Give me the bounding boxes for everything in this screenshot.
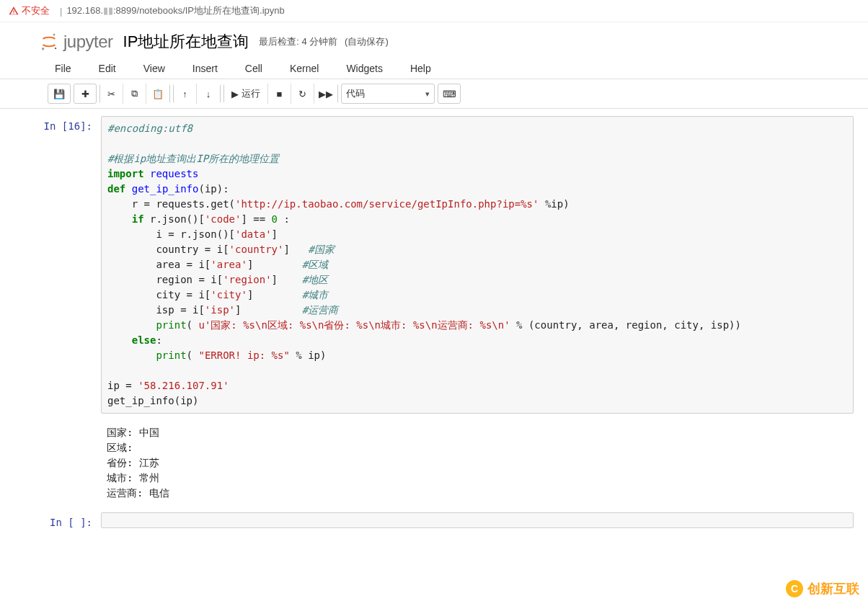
run-button[interactable]: ▶运行: [224, 84, 268, 104]
notebook-area: In [16]:#encoding:utf8 #根据ip地址查询出IP所在的地理…: [0, 109, 868, 550]
svg-point-0: [53, 34, 56, 36]
menu-edit[interactable]: Edit: [99, 63, 116, 74]
url-text[interactable]: 192.168.▮▮:8899/notebooks/IP地址所在地查询.ipyn…: [66, 4, 284, 17]
menu-help[interactable]: Help: [410, 63, 431, 74]
input-prompt: In [16]:: [14, 116, 101, 414]
security-label: 不安全: [22, 4, 50, 17]
code-cell: In [16]:#encoding:utf8 #根据ip地址查询出IP所在的地理…: [14, 116, 854, 414]
move-up-button[interactable]: ↑: [174, 84, 197, 104]
security-warning: 不安全: [9, 4, 50, 17]
notebook-name[interactable]: IP地址所在地查询: [123, 31, 249, 53]
restart-run-all-button[interactable]: ▶▶: [314, 84, 337, 104]
stop-icon: ■: [277, 89, 283, 99]
cell-type-select[interactable]: 代码: [341, 84, 435, 104]
code-cell: In [ ]:: [14, 512, 854, 528]
arrow-down-icon: ↓: [206, 89, 211, 99]
menu-bar: File Edit View Insert Cell Kernel Widget…: [0, 58, 868, 79]
output-cell: 国家: 中国 区域: 省份: 江苏 城市: 常州 运营商: 电信: [14, 421, 854, 505]
restart-button[interactable]: ↻: [291, 84, 314, 104]
browser-address-bar: 不安全 | 192.168.▮▮:8899/notebooks/IP地址所在地查…: [0, 0, 868, 22]
keyboard-icon: ⌨: [443, 89, 456, 99]
jupyter-logo-icon: [39, 32, 59, 52]
menu-insert[interactable]: Insert: [192, 63, 218, 74]
plus-icon: ✚: [81, 89, 89, 99]
scissors-icon: ✂: [107, 89, 115, 99]
menu-kernel[interactable]: Kernel: [290, 63, 319, 74]
last-checkpoint: 最后检查: 4 分钟前 (自动保存): [259, 35, 388, 48]
toolbar: 💾 ✚ ✂ ⧉ 📋 ↑ ↓ ▶运行 ■ ↻ ▶▶ 代码 ⌨: [0, 79, 868, 109]
output-area: 国家: 中国 区域: 省份: 江苏 城市: 常州 运营商: 电信: [101, 421, 854, 505]
notebook-header: jupyter IP地址所在地查询 最后检查: 4 分钟前 (自动保存): [0, 22, 868, 58]
copy-icon: ⧉: [131, 88, 138, 99]
fast-forward-icon: ▶▶: [319, 89, 333, 99]
menu-cell[interactable]: Cell: [245, 63, 262, 74]
jupyter-logo[interactable]: jupyter: [39, 32, 113, 52]
run-label: 运行: [242, 87, 260, 100]
insert-cell-below-button[interactable]: ✚: [74, 84, 97, 104]
menu-file[interactable]: File: [55, 63, 71, 74]
move-down-button[interactable]: ↓: [197, 84, 220, 104]
svg-point-2: [55, 48, 56, 49]
cut-button[interactable]: ✂: [100, 84, 123, 104]
interrupt-button[interactable]: ■: [268, 84, 291, 104]
arrow-up-icon: ↑: [182, 89, 187, 99]
restart-icon: ↻: [298, 89, 306, 99]
save-button[interactable]: 💾: [48, 84, 71, 104]
command-palette-button[interactable]: ⌨: [438, 84, 461, 104]
save-icon: 💾: [53, 89, 65, 99]
cut-copy-paste-group: ✂ ⧉ 📋: [99, 84, 170, 104]
menu-widgets[interactable]: Widgets: [346, 63, 383, 74]
menu-view[interactable]: View: [143, 63, 165, 74]
code-input-area[interactable]: #encoding:utf8 #根据ip地址查询出IP所在的地理位置 impor…: [101, 116, 854, 414]
play-icon: ▶: [231, 89, 239, 99]
jupyter-page: jupyter IP地址所在地查询 最后检查: 4 分钟前 (自动保存) Fil…: [0, 22, 868, 550]
paste-button[interactable]: 📋: [146, 84, 169, 104]
jupyter-logo-text: jupyter: [63, 32, 113, 52]
svg-point-1: [42, 48, 45, 50]
move-cell-group: ↑ ↓: [173, 84, 221, 104]
copy-button[interactable]: ⧉: [123, 84, 146, 104]
run-group: ▶运行 ■ ↻ ▶▶: [223, 84, 338, 104]
code-input-area[interactable]: [101, 512, 854, 528]
warning-icon: [9, 6, 19, 16]
vbar-separator: |: [60, 6, 62, 17]
paste-icon: 📋: [152, 89, 164, 99]
output-prompt: [14, 421, 101, 505]
input-prompt: In [ ]:: [14, 512, 101, 528]
